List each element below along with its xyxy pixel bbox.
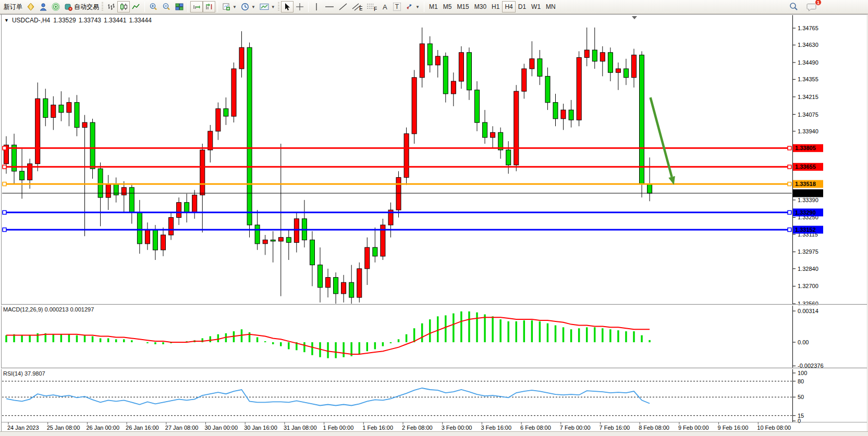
cursor-button[interactable] (281, 1, 294, 13)
time-tick-label: 26 Jan 16:00 (126, 425, 159, 431)
time-tick-label: 24 Jan 2023 (7, 425, 39, 431)
timeframe-button-M5[interactable]: M5 (441, 1, 455, 13)
market-watch-button[interactable] (25, 1, 37, 13)
candle-body (177, 203, 181, 218)
chevron-down-icon: ▼ (415, 5, 420, 9)
signals-button[interactable] (50, 1, 62, 13)
toolbar-drag-handle[interactable] (278, 2, 279, 11)
candle-body (365, 247, 370, 269)
candle-body (451, 81, 456, 94)
candle-body (537, 59, 542, 77)
auto-trading-icon (64, 3, 72, 11)
zoom-in-icon (149, 3, 158, 11)
line-anchor[interactable] (3, 182, 6, 186)
vertical-line-tool-button[interactable] (311, 1, 323, 13)
trendline-tool-button[interactable] (336, 1, 350, 13)
line-anchor[interactable] (3, 210, 6, 214)
accounts-button[interactable] (37, 1, 50, 13)
bar-chart-mode-button[interactable] (105, 1, 117, 13)
zoom-out-button[interactable] (160, 1, 173, 13)
equidistant-channel-tool-button[interactable]: E (350, 1, 364, 13)
candle-body (561, 110, 566, 119)
candle-body (616, 69, 620, 72)
vertical-line-icon (313, 3, 320, 11)
zoom-out-icon (162, 3, 171, 11)
chart-shift-button[interactable] (203, 1, 215, 13)
candle-body (239, 47, 244, 69)
ohlc-open: 1.33529 (53, 17, 76, 24)
toolbar-right-group: 1 (787, 1, 818, 13)
new-order-button[interactable]: 新订单 (2, 1, 25, 13)
candle-body (334, 278, 338, 294)
line-chart-mode-button[interactable] (130, 1, 142, 13)
horizontal-line-tool-button[interactable] (323, 1, 336, 13)
candle-body (318, 265, 323, 288)
candle-body (20, 171, 25, 180)
tile-windows-button[interactable] (173, 1, 186, 13)
candle-body (310, 240, 315, 265)
candle-body (514, 91, 519, 165)
zoom-in-button[interactable] (147, 1, 160, 13)
time-tick-label: 31 Jan 08:00 (284, 425, 317, 431)
candlestick-mode-button[interactable] (117, 1, 130, 13)
line-anchor[interactable] (788, 146, 791, 150)
timeframe-button-M15[interactable]: M15 (454, 1, 471, 13)
new-chart-button[interactable]: ▼ (220, 1, 239, 13)
person-icon (39, 3, 47, 11)
chart-canvas[interactable]: 1.347651.346301.344901.343551.342151.340… (0, 14, 868, 436)
line-anchor[interactable] (788, 210, 791, 214)
main-toolbar: 新订单 自动交易 ▼ ▼ (0, 0, 868, 14)
arrow-objects-icon (405, 3, 413, 11)
chat-button[interactable]: 1 (804, 1, 818, 13)
candle-body (522, 69, 527, 91)
line-anchor[interactable] (3, 228, 6, 231)
fibonacci-tool-button[interactable]: F (364, 1, 379, 13)
templates-button[interactable]: ▼ (258, 1, 277, 13)
candle-body (208, 131, 213, 150)
timeframe-button-H4[interactable]: H4 (502, 1, 515, 13)
search-button[interactable] (787, 1, 800, 13)
rsi-tick-label: 0 (798, 418, 801, 424)
svg-text:E: E (359, 5, 362, 11)
timeframe-button-H1[interactable]: H1 (489, 1, 502, 13)
macd-tick-label: 0.00 (798, 339, 809, 345)
line-anchor[interactable] (3, 146, 6, 150)
line-anchor[interactable] (788, 182, 791, 186)
line-anchor[interactable] (788, 165, 791, 169)
time-tick-label: 8 Feb 08:00 (639, 425, 669, 431)
candle-body (90, 122, 95, 169)
time-tick-label: 9 Feb 00:00 (678, 425, 709, 431)
price-tick-label: 1.34355 (798, 76, 818, 82)
timeframe-button-MN[interactable]: MN (543, 1, 558, 13)
candle-body (192, 195, 197, 213)
candle-body (640, 55, 644, 184)
crosshair-button[interactable] (294, 1, 306, 13)
line-anchor[interactable] (3, 165, 6, 169)
price-label-text: 1.33290 (795, 209, 816, 216)
timeframe-button-D1[interactable]: D1 (516, 1, 529, 13)
timeframe-group: M1M5M15M30H1H4D1W1MN (426, 1, 558, 13)
chevron-down-icon: ▼ (233, 5, 237, 9)
template-icon (260, 3, 269, 11)
text-label-tool-button[interactable]: T (391, 1, 403, 13)
candle-body (357, 269, 362, 297)
auto-scroll-button[interactable] (190, 1, 203, 13)
timeframe-button-M1[interactable]: M1 (426, 1, 441, 13)
candle-body (326, 278, 331, 288)
gold-gem-icon (27, 3, 35, 11)
price-label-text: 1.33518 (795, 181, 816, 187)
periods-button[interactable]: ▼ (239, 1, 258, 13)
timeframe-button-M30[interactable]: M30 (472, 1, 489, 13)
toolbar-separator (217, 2, 218, 12)
candle-body (278, 238, 283, 241)
line-anchor[interactable] (788, 228, 791, 231)
new-chart-icon (222, 3, 230, 11)
auto-trading-button[interactable]: 自动交易 (62, 1, 101, 13)
toolbar-drag-handle[interactable] (102, 2, 103, 11)
timeframe-button-W1[interactable]: W1 (529, 1, 543, 13)
arrows-tool-button[interactable]: ▼ (403, 1, 422, 13)
text-tool-button[interactable]: A (379, 1, 391, 13)
candle-body (443, 56, 448, 94)
candle-body (349, 282, 354, 297)
chart-expander-icon[interactable]: ▼ (4, 18, 9, 23)
